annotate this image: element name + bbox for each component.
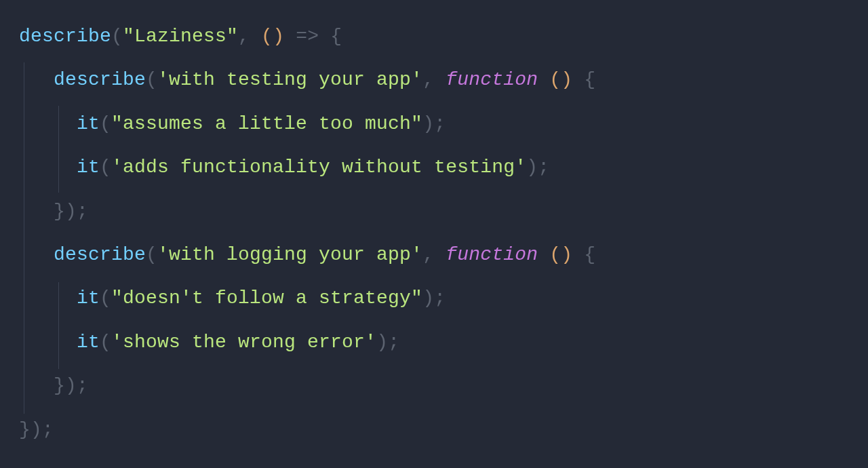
identifier-describe: describe — [54, 69, 146, 90]
comma: , — [422, 244, 434, 265]
paren-close: ) — [526, 157, 538, 178]
identifier-it: it — [77, 332, 100, 353]
semicolon: ; — [434, 288, 446, 309]
string-literal: "Laziness" — [123, 26, 238, 47]
paren-open: ( — [261, 26, 273, 47]
paren-close: ) — [65, 201, 77, 222]
string-literal: 'shows the wrong error' — [111, 332, 376, 353]
paren-close: ) — [561, 244, 572, 265]
paren-close: ) — [422, 113, 434, 134]
keyword-function: function — [446, 69, 538, 90]
string-literal: 'adds functionality without testing' — [111, 157, 526, 178]
paren-open: ( — [100, 332, 111, 353]
brace-close: } — [19, 419, 31, 440]
brace-open: { — [330, 26, 342, 47]
paren-close: ) — [422, 288, 434, 309]
identifier-it: it — [77, 113, 100, 134]
paren-close: ) — [65, 375, 77, 396]
semicolon: ; — [77, 201, 88, 222]
string-literal: "doesn't follow a strategy" — [111, 288, 422, 309]
paren-open: ( — [111, 26, 123, 47]
semicolon: ; — [388, 332, 399, 353]
paren-open: ( — [100, 113, 111, 134]
comma: , — [238, 26, 250, 47]
brace-close: } — [54, 375, 65, 396]
paren-close: ) — [561, 69, 572, 90]
arrow: => — [296, 26, 319, 47]
paren-close: ) — [273, 26, 284, 47]
paren-open: ( — [549, 244, 561, 265]
string-literal: 'with logging your app' — [157, 244, 422, 265]
brace-open: { — [584, 244, 595, 265]
string-literal: "assumes a little too much" — [111, 113, 422, 134]
paren-close: ) — [31, 419, 42, 440]
paren-open: ( — [100, 288, 111, 309]
brace-close: } — [54, 201, 65, 222]
identifier-describe: describe — [19, 26, 111, 47]
semicolon: ; — [538, 157, 549, 178]
identifier-it: it — [77, 288, 100, 309]
paren-open: ( — [549, 69, 561, 90]
paren-open: ( — [100, 157, 111, 178]
comma: , — [422, 69, 434, 90]
brace-open: { — [584, 69, 595, 90]
paren-open: ( — [146, 244, 157, 265]
semicolon: ; — [42, 419, 54, 440]
semicolon: ; — [434, 113, 446, 134]
semicolon: ; — [77, 375, 88, 396]
keyword-function: function — [446, 244, 538, 265]
identifier-it: it — [77, 157, 100, 178]
code-block: describe("Laziness", () => { describe('w… — [0, 0, 868, 467]
string-literal: 'with testing your app' — [157, 69, 422, 90]
paren-close: ) — [376, 332, 388, 353]
identifier-describe: describe — [54, 244, 146, 265]
paren-open: ( — [146, 69, 157, 90]
